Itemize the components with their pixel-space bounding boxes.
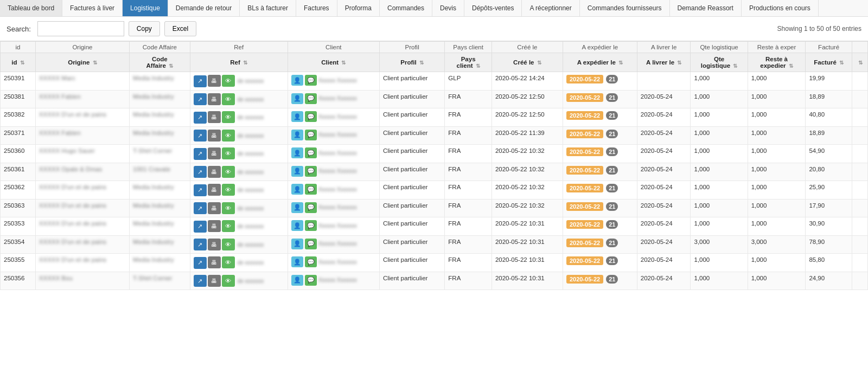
edit-button[interactable]: ↗ xyxy=(194,257,207,269)
chat-icon[interactable]: 💬 xyxy=(305,166,317,177)
view-button[interactable]: 👁 xyxy=(222,256,235,268)
print-button[interactable]: 🖶 xyxy=(208,166,221,178)
nav-tab-commandes[interactable]: Commandes xyxy=(380,0,432,16)
nav-tab-proforma[interactable]: Proforma xyxy=(337,0,380,16)
print-button[interactable]: 🖶 xyxy=(208,130,221,141)
print-button[interactable]: 🖶 xyxy=(208,275,221,287)
edit-button[interactable]: ↗ xyxy=(194,166,207,178)
nav-tab-logistique[interactable]: Logistique xyxy=(123,0,168,16)
search-input[interactable] xyxy=(37,21,124,36)
nav-tab-factures-à-liver[interactable]: Factures à liver xyxy=(62,0,123,16)
view-button[interactable]: 👁 xyxy=(222,166,235,178)
user-icon[interactable]: 👤 xyxy=(291,184,303,195)
nav-tab-dépôts-ventes[interactable]: Dépôts-ventes xyxy=(464,0,522,16)
view-button[interactable]: 👁 xyxy=(222,93,235,105)
edit-button[interactable]: ↗ xyxy=(194,202,207,214)
print-button[interactable]: 🖶 xyxy=(208,184,221,196)
print-button[interactable]: 🖶 xyxy=(208,75,221,87)
print-button[interactable]: 🖶 xyxy=(208,202,221,214)
print-button[interactable]: 🖶 xyxy=(208,147,221,159)
col-sort-reste[interactable]: Reste àexpedier ⇅ xyxy=(748,53,806,72)
cell-profil: Client particulier xyxy=(379,235,444,254)
user-icon[interactable]: 👤 xyxy=(291,202,303,213)
edit-button[interactable]: ↗ xyxy=(194,130,207,141)
view-button[interactable]: 👁 xyxy=(222,239,235,250)
view-button[interactable]: 👁 xyxy=(222,275,235,287)
view-button[interactable]: 👁 xyxy=(222,202,235,214)
cell-facture: 54,90 xyxy=(806,145,852,163)
chat-icon[interactable]: 💬 xyxy=(305,239,317,249)
chat-icon[interactable]: 💬 xyxy=(305,147,317,158)
col-sort-qte[interactable]: Qtelogistique ⇅ xyxy=(691,53,748,72)
excel-button[interactable]: Excel xyxy=(164,21,196,36)
nav-tab-demande-de-retour[interactable]: Demande de retour xyxy=(168,0,240,16)
edit-button[interactable]: ↗ xyxy=(194,184,207,196)
chat-icon[interactable]: 💬 xyxy=(305,75,317,86)
print-button[interactable]: 🖶 xyxy=(208,239,221,250)
view-button[interactable]: 👁 xyxy=(222,111,235,123)
col-sort-code-affaire[interactable]: CodeAffaire ⇅ xyxy=(130,53,190,72)
col-sort-client[interactable]: Client ⇅ xyxy=(288,53,379,72)
edit-button[interactable]: ↗ xyxy=(194,239,207,250)
col-sort-id[interactable]: id ⇅ xyxy=(1,53,36,72)
edit-button[interactable]: ↗ xyxy=(194,75,207,87)
user-icon[interactable]: 👤 xyxy=(291,166,303,177)
nav-tab-tableau-de-bord[interactable]: Tableau de bord xyxy=(0,0,62,16)
chat-icon[interactable]: 💬 xyxy=(305,93,317,104)
user-icon[interactable]: 👤 xyxy=(291,220,303,231)
user-icon[interactable]: 👤 xyxy=(291,275,303,286)
nav-tab-bls-à-facturer[interactable]: BLs à facturer xyxy=(240,0,296,16)
cell-livrer: 2020-05-24 xyxy=(637,108,691,127)
print-button[interactable]: 🖶 xyxy=(208,256,221,268)
edit-button[interactable]: ↗ xyxy=(194,148,207,160)
user-icon[interactable]: 👤 xyxy=(291,93,303,104)
nav-tab-factures[interactable]: Factures xyxy=(296,0,337,16)
edit-button[interactable]: ↗ xyxy=(194,275,207,287)
nav-tab-commandes-fournisseurs[interactable]: Commandes fournisseurs xyxy=(580,0,670,16)
user-icon[interactable]: 👤 xyxy=(291,130,303,140)
print-button[interactable]: 🖶 xyxy=(208,220,221,232)
col-sort-origine[interactable]: Origine ⇅ xyxy=(35,53,129,72)
col-sort-pays[interactable]: Paysclient ⇅ xyxy=(445,53,492,72)
chat-icon[interactable]: 💬 xyxy=(305,220,317,231)
chat-icon[interactable]: 💬 xyxy=(305,111,317,122)
edit-button[interactable]: ↗ xyxy=(194,93,207,105)
user-icon[interactable]: 👤 xyxy=(291,111,303,122)
view-button[interactable]: 👁 xyxy=(222,220,235,232)
cell-client: 👤💬 Xxxxxx Xxxxxxx xyxy=(288,163,379,181)
col-sort-ref[interactable]: Ref ⇅ xyxy=(190,53,288,72)
chat-icon[interactable]: 💬 xyxy=(305,256,317,267)
print-button[interactable]: 🖶 xyxy=(208,111,221,123)
view-button[interactable]: 👁 xyxy=(222,147,235,159)
user-icon[interactable]: 👤 xyxy=(291,75,303,86)
cell-pays: GLP xyxy=(445,72,492,91)
user-icon[interactable]: 👤 xyxy=(291,239,303,249)
cell-livrer xyxy=(637,72,691,91)
cell-id: 250362 xyxy=(1,181,36,200)
nav-tab-devis[interactable]: Devis xyxy=(432,0,464,16)
table-row: 250356XXXXX BouT-Shirt Corner↗🖶👁 de xxxx… xyxy=(1,272,868,290)
expedier-date-badge: 2020-05-22 xyxy=(566,220,603,229)
chat-icon[interactable]: 💬 xyxy=(305,275,317,286)
chat-icon[interactable]: 💬 xyxy=(305,130,317,140)
col-sort-cree[interactable]: Créé le ⇅ xyxy=(492,53,563,72)
col-sort-profil[interactable]: Profil ⇅ xyxy=(379,53,444,72)
edit-button[interactable]: ↗ xyxy=(194,112,207,124)
edit-button[interactable]: ↗ xyxy=(194,221,207,233)
view-button[interactable]: 👁 xyxy=(222,75,235,87)
nav-tab-demande-reassort[interactable]: Demande Reassort xyxy=(670,0,742,16)
cell-facture: 24,90 xyxy=(806,272,852,290)
view-button[interactable]: 👁 xyxy=(222,184,235,196)
user-icon[interactable]: 👤 xyxy=(291,147,303,158)
print-button[interactable]: 🖶 xyxy=(208,93,221,105)
col-sort-livrer[interactable]: A livrer le ⇅ xyxy=(637,53,691,72)
copy-button[interactable]: Copy xyxy=(129,21,160,36)
nav-tab-a-réceptionner[interactable]: A réceptionner xyxy=(522,0,579,16)
col-sort-expedier[interactable]: A expédier le ⇅ xyxy=(563,53,637,72)
chat-icon[interactable]: 💬 xyxy=(305,202,317,213)
chat-icon[interactable]: 💬 xyxy=(305,184,317,195)
nav-tab-productions-en-cours[interactable]: Productions en cours xyxy=(742,0,819,16)
col-sort-facture[interactable]: Facturé ⇅ xyxy=(806,53,852,72)
user-icon[interactable]: 👤 xyxy=(291,256,303,267)
view-button[interactable]: 👁 xyxy=(222,130,235,141)
